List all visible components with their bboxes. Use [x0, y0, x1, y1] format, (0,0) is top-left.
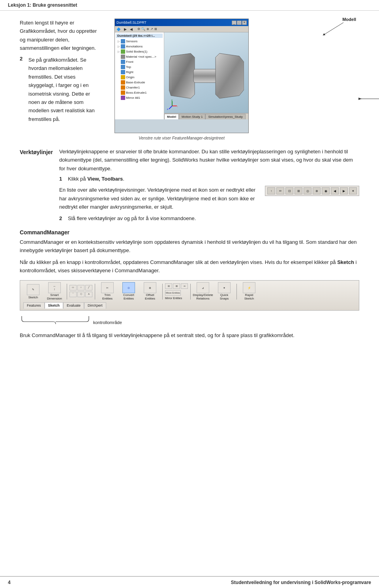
arc-icon[interactable]: ⌒: [69, 292, 77, 297]
annotations-label: Annotations: [126, 45, 143, 48]
sw-tab-motionstudy[interactable]: Motion Study 1: [179, 114, 205, 119]
tree-node-chamfer[interactable]: Chamfer1: [116, 85, 163, 90]
tree-node-boss[interactable]: Boss-Extrude1: [116, 90, 163, 95]
tb-i5[interactable]: ⊞: [154, 27, 157, 31]
pattern-icon-2[interactable]: ⊠: [173, 283, 180, 289]
tb-trim: ✂ TrimEntities: [98, 282, 117, 301]
close-btn[interactable]: ✕: [242, 21, 247, 25]
toolbar-icons: ⚙ 🔍 ⊕ ↗ ⊞: [137, 27, 157, 31]
step-1-text: Klikk på View, Toolbars.: [68, 176, 124, 182]
mirror-icon: [121, 96, 125, 100]
pattern-row-2: Move Entities: [165, 290, 188, 296]
poly-icon[interactable]: ⬡: [77, 292, 84, 297]
tree-expand-origin[interactable]: [117, 76, 120, 79]
verktoylinjer-step1: 1 Klikk på View, Toolbars.: [59, 176, 359, 182]
tree-node-sensors[interactable]: ▷ Sensors: [116, 39, 163, 44]
tree-expand-material[interactable]: [117, 55, 120, 58]
sketch-icon[interactable]: ✎: [27, 284, 39, 295]
tree-node-origin[interactable]: Origin: [116, 75, 163, 80]
trim-entities-label: TrimEntities: [102, 294, 113, 301]
tree-node-solid[interactable]: ▷ Solid Bodies(1): [116, 49, 163, 54]
shape-tools-group: ▭ ○ ╱ ⌒ ⬡ A: [69, 285, 92, 298]
tree-expand-boss[interactable]: [117, 91, 120, 94]
sw-ui-box: Dumbbell.SLDPRT _ □ ✕ 🔷 ▶ ◀ ⚙: [114, 19, 249, 133]
tree-expand-chamfer[interactable]: [117, 86, 120, 89]
tree-expand-baseextrude[interactable]: [117, 81, 120, 84]
maximize-btn[interactable]: □: [237, 21, 242, 25]
tb-i2[interactable]: 🔍: [141, 27, 145, 31]
smart-dimension-icon[interactable]: ↔↕: [48, 282, 61, 293]
menu-item-3[interactable]: ◀: [130, 27, 133, 31]
tab-sketch[interactable]: Sketch: [45, 302, 64, 309]
tab-dimxpert[interactable]: DimXpert: [84, 302, 106, 309]
front-icon: [121, 60, 125, 64]
shape-row-1: ▭ ○ ╱: [69, 285, 92, 291]
tree-expand-front[interactable]: [117, 60, 120, 64]
tree-node-baseextrude[interactable]: Base-Extrude: [116, 80, 163, 85]
rapid-sketch-icon[interactable]: ⚡: [243, 282, 255, 293]
svg-text:z: z: [167, 108, 168, 110]
smart-dimension-label: SmartDimension: [47, 294, 62, 301]
tab-evaluate[interactable]: Evaluate: [63, 302, 84, 309]
quick-snaps-icon[interactable]: ✦: [218, 282, 231, 293]
tree-expand-sensors[interactable]: ▷: [117, 40, 120, 43]
header-title: Leksjon 1: Bruke grensesnittet: [8, 2, 77, 8]
pattern-icon-1[interactable]: ⊞: [165, 283, 172, 289]
trim-entities-icon[interactable]: ✂: [101, 282, 114, 293]
verktoylinjer-section: Verktøylinjer Verktøylinjeknappene er sn…: [20, 147, 359, 225]
mini-tb-btn-10[interactable]: ✦: [349, 187, 357, 194]
base-extrude-icon: [121, 80, 125, 85]
offset-entities-icon[interactable]: ⊕: [144, 282, 156, 293]
material-icon: [121, 55, 125, 59]
mini-tb-btn-3[interactable]: ⊡: [285, 187, 293, 194]
tb-quick-snaps: ✦ QuickSnaps: [214, 282, 234, 301]
page-header: Leksjon 1: Bruke grensesnittet: [0, 0, 379, 11]
mini-tb-btn-4[interactable]: ⊞: [295, 187, 302, 194]
tree-node-material[interactable]: Material <not spec...>: [116, 54, 163, 59]
tb-sep-3: [162, 284, 163, 300]
pattern-move-icon[interactable]: Move Entities: [165, 290, 181, 296]
commandmanager-toolbar-area: ✎ Sketch ↔↕ SmartDimension: [20, 280, 359, 325]
menu-item-2[interactable]: ▶: [124, 27, 127, 31]
tree-node-mirror[interactable]: Mirror All1: [116, 95, 163, 100]
tree-node-right[interactable]: Right: [116, 70, 163, 75]
convert-entities-icon[interactable]: ⊙: [122, 282, 135, 293]
mini-tb-btn-1[interactable]: ↑: [267, 187, 275, 194]
tree-node-top[interactable]: Top: [116, 64, 163, 70]
step1-detail-row: En liste over alle verktøylinjevisninger…: [59, 186, 359, 211]
mini-tb-btn-5[interactable]: ◎: [304, 187, 311, 194]
circle-icon[interactable]: ○: [77, 285, 84, 290]
sw-tab-simulation[interactable]: SimulationXpress_Study: [205, 114, 245, 119]
grafikkområde-arrow: [358, 93, 379, 105]
venstre-rute-caption: Venstre rute viser FeatureManager-design…: [114, 136, 249, 140]
tree-expand-right[interactable]: [117, 71, 120, 74]
mini-tb-btn-7[interactable]: ◉: [322, 187, 330, 194]
top-section: Ruten lengst til høyre er Grafikkområdet…: [20, 19, 359, 140]
tree-expand-solid[interactable]: ▷: [117, 50, 120, 53]
mirror-sketch-icon[interactable]: ⇔: [181, 283, 188, 289]
menu-item-1[interactable]: 🔷: [116, 27, 121, 31]
tb-i3[interactable]: ⊕: [146, 27, 149, 31]
tb-rapid-sketch: ⚡ RapidSketch: [239, 282, 259, 301]
tree-expand-top[interactable]: [117, 66, 120, 69]
tb-i4[interactable]: ↗: [150, 27, 153, 31]
page: Leksjon 1: Bruke grensesnittet Ruten len…: [0, 0, 379, 588]
rect-icon[interactable]: ▭: [69, 285, 77, 290]
tab-features[interactable]: Features: [23, 302, 45, 309]
mini-tb-btn-9[interactable]: ▶: [340, 187, 348, 194]
tree-expand-annotations[interactable]: ▷: [117, 45, 120, 48]
tree-expand-mirror[interactable]: [117, 96, 120, 100]
solid-bodies-icon: [121, 49, 125, 54]
line-icon[interactable]: ╱: [85, 285, 92, 290]
mini-tb-btn-8[interactable]: ◀: [331, 187, 339, 194]
text-icon[interactable]: A: [85, 292, 92, 297]
display-delete-relations-icon[interactable]: ⊿: [197, 282, 209, 293]
mini-tb-btn-2[interactable]: ✏: [276, 187, 284, 194]
sw-tab-model[interactable]: Model: [164, 114, 179, 119]
footer-page-number: 4: [8, 580, 11, 585]
tb-i1[interactable]: ⚙: [137, 27, 140, 31]
mini-tb-btn-6[interactable]: ⊗: [313, 187, 321, 194]
tree-node-annotations[interactable]: ▷ Annotations: [116, 44, 163, 49]
minimize-btn[interactable]: _: [232, 21, 236, 25]
tree-node-front[interactable]: Front: [116, 59, 163, 64]
